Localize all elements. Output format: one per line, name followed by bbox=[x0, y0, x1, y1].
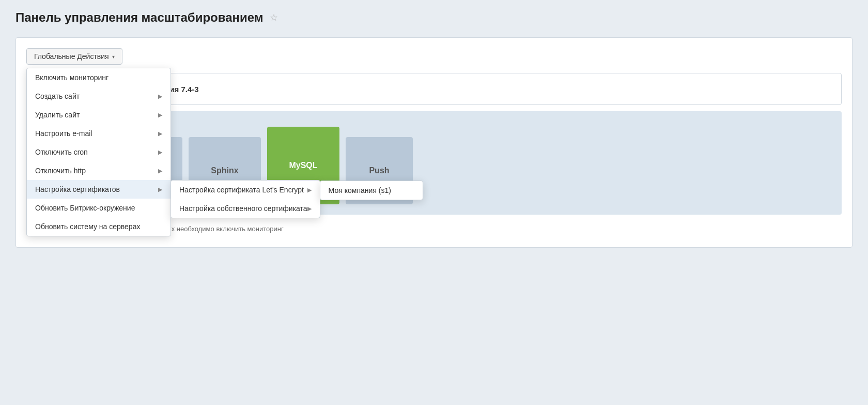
dropdown-item-disable-http[interactable]: Отключить http ▶ bbox=[27, 161, 171, 180]
dropdown-item-disable-cron[interactable]: Отключить cron ▶ bbox=[27, 143, 171, 161]
global-actions-button[interactable]: Глобальные Действия ▾ bbox=[26, 48, 122, 65]
main-panel: Глобальные Действия ▾ Включить мониторин… bbox=[16, 37, 853, 248]
dropdown-item-create-site[interactable]: Создать сайт ▶ bbox=[27, 87, 171, 106]
chevron-right-icon: ▶ bbox=[158, 112, 162, 118]
global-actions-label: Глобальные Действия bbox=[34, 52, 109, 61]
certs-submenu: Настройка сертификата Let's Encrypt ▶ Мо… bbox=[171, 180, 320, 218]
dropdown-item-certs-wrapper: Настройка сертификатов ▶ Настройка серти… bbox=[27, 180, 171, 199]
favorite-star-icon[interactable]: ☆ bbox=[270, 12, 278, 23]
global-actions-dropdown: Включить мониторинг Создать сайт ▶ Удали… bbox=[26, 68, 171, 236]
chevron-right-icon: ▶ bbox=[158, 93, 162, 100]
dropdown-item-configure-email[interactable]: Настроить e-mail ▶ bbox=[27, 124, 171, 143]
page-title: Панель управления масштабированием bbox=[16, 10, 264, 25]
lets-encrypt-wrapper: Настройка сертификата Let's Encrypt ▶ Мо… bbox=[171, 181, 320, 199]
chevron-right-icon: ▶ bbox=[158, 149, 162, 156]
dropdown-item-update-bitrix[interactable]: Обновить Битрикс-окружение bbox=[27, 199, 171, 217]
service-label-mysql: MySQL bbox=[289, 161, 317, 170]
dropdown-arrow-icon: ▾ bbox=[112, 54, 115, 59]
dropdown-item-lets-encrypt[interactable]: Настройка сертификата Let's Encrypt ▶ bbox=[171, 181, 320, 199]
page-container: Панель управления масштабированием ☆ Гло… bbox=[0, 0, 868, 405]
toolbar: Глобальные Действия ▾ Включить мониторин… bbox=[26, 48, 842, 65]
service-label-sphinx: Sphinx bbox=[211, 166, 238, 175]
dropdown-item-enable-monitoring[interactable]: Включить мониторинг bbox=[27, 68, 171, 87]
dropdown-item-own-cert[interactable]: Настройка собственного сертификата ▶ bbox=[171, 199, 320, 218]
dropdown-item-delete-site[interactable]: Удалить сайт ▶ bbox=[27, 106, 171, 124]
chevron-right-icon: ▶ bbox=[307, 187, 312, 193]
chevron-right-icon: ▶ bbox=[158, 130, 162, 137]
chevron-right-icon: ▶ bbox=[307, 205, 312, 212]
lets-encrypt-submenu: Моя компания (s1) bbox=[320, 181, 423, 200]
service-label-push: Push bbox=[369, 166, 389, 175]
chevron-right-icon: ▶ bbox=[158, 186, 162, 193]
chevron-right-icon: ▶ bbox=[158, 168, 162, 174]
page-header: Панель управления масштабированием ☆ bbox=[16, 10, 853, 25]
dropdown-item-configure-certs[interactable]: Настройка сертификатов ▶ bbox=[27, 180, 171, 199]
dropdown-item-update-system[interactable]: Обновить систему на серверах bbox=[27, 217, 171, 236]
dropdown-item-my-company[interactable]: Моя компания (s1) bbox=[320, 181, 423, 200]
